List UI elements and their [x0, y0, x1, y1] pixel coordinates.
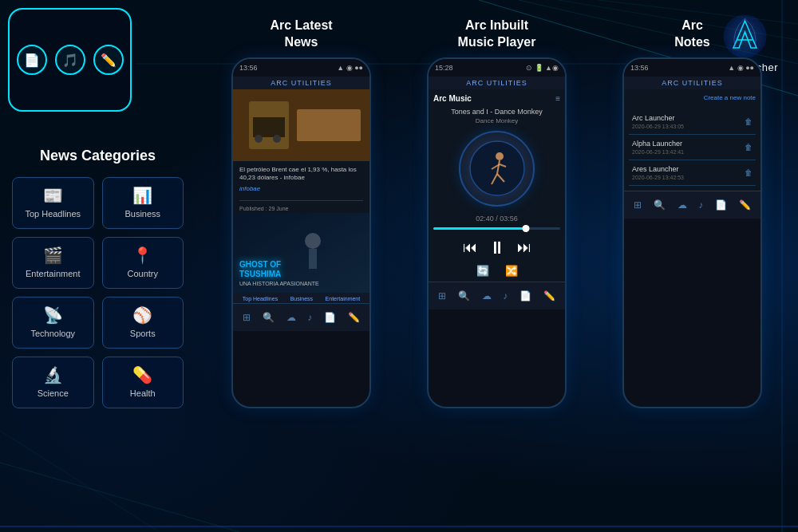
music-progress-bar[interactable]	[433, 227, 560, 230]
note-date-3: 2020-06-29 13:42:53	[632, 175, 740, 180]
category-science[interactable]: 🔬 Science	[12, 357, 94, 408]
ghost-overlay: GHOST OF TSUSHIMA UNA HISTORIA APASIONAN…	[233, 213, 369, 293]
notes-nav-cloud-icon[interactable]: ☁	[678, 199, 687, 211]
note-item-2: Alpha Launcher 2020-06-29 13:42:41 🗑	[629, 135, 756, 160]
music-play-button[interactable]: ⏸	[488, 238, 506, 258]
category-health[interactable]: 💊 Health	[102, 357, 184, 408]
music-phone-section: Arc InbuiltMusic Player 15:28 ⊙ 🔋 ▲◉ ARC…	[411, 8, 583, 408]
notes-status-bar: 13:56 ▲ ◉ ●●	[624, 59, 760, 77]
news-nav-doc-icon[interactable]: 📄	[324, 312, 336, 323]
music-content-area: Arc Music ≡ Tones and I - Dance Monkey D…	[429, 89, 565, 282]
news-source-1: infobae	[239, 185, 363, 192]
news-image-1	[233, 89, 369, 161]
technology-label: Technology	[30, 329, 75, 339]
album-art	[459, 131, 535, 207]
news-status-time: 13:56	[239, 64, 258, 72]
note-delete-icon-1[interactable]: 🗑	[745, 117, 753, 126]
music-time-display: 02:40 / 03:56	[476, 215, 518, 223]
device-music-icon[interactable]: 🎵	[55, 45, 85, 75]
music-nav-search-icon[interactable]: 🔍	[458, 290, 470, 301]
music-title-bar: ARC UTILITIES	[429, 77, 565, 89]
notes-nav-music-icon[interactable]: ♪	[698, 199, 703, 211]
notes-status-icons: ▲ ◉ ●●	[728, 64, 754, 72]
music-phone-bottom-nav[interactable]: ⊞ 🔍 ☁ ♪ 📄 ✏️	[429, 282, 565, 309]
news-nav-edit-icon[interactable]: ✏️	[348, 312, 360, 323]
ghost-title: GHOST OF TSUSHIMA	[239, 260, 319, 279]
category-top-headlines[interactable]: 📰 Top Headlines	[12, 177, 94, 229]
music-shuffle-button[interactable]: 🔀	[505, 265, 518, 277]
music-header: Arc Music ≡	[433, 94, 560, 103]
technology-icon: 📡	[43, 305, 63, 325]
news-status-icons: ▲ ◉ ●●	[337, 64, 363, 72]
note-item-3: Ares Launcher 2020-06-29 13:42:53 🗑	[629, 160, 756, 186]
news-nav-music-icon[interactable]: ♪	[307, 312, 312, 323]
music-repeat-button[interactable]: 🔄	[476, 265, 489, 277]
news-nav-search-icon[interactable]: 🔍	[263, 312, 275, 323]
notes-nav-edit-icon[interactable]: ✏️	[739, 199, 751, 211]
news-nav-label-3: Entertainment	[326, 296, 361, 301]
notes-phone-mockup: 13:56 ▲ ◉ ●● ARC UTILITIES Create a new …	[622, 57, 762, 408]
music-prev-button[interactable]: ⏮	[463, 239, 477, 256]
notes-content-area: Create a new note Arc Launcher 2020-06-2…	[624, 89, 760, 191]
device-notes-icon[interactable]: 📄	[17, 45, 47, 75]
music-secondary-controls: 🔄 🔀	[476, 265, 518, 277]
category-sports[interactable]: ⚾ Sports	[102, 297, 184, 349]
notes-phone-bottom-nav[interactable]: ⊞ 🔍 ☁ ♪ 📄 ✏️	[624, 191, 760, 219]
notes-section-title: ArcNotes	[674, 18, 709, 51]
news-categories-panel: News Categories 📰 Top Headlines 📊 Busine…	[12, 148, 184, 408]
news-nav-cloud-icon[interactable]: ☁	[286, 312, 296, 323]
music-phone-mockup: 15:28 ⊙ 🔋 ▲◉ ARC UTILITIES Arc Music ≡ T…	[427, 57, 567, 408]
business-icon: 📊	[132, 186, 152, 205]
note-title-3: Ares Launcher	[632, 165, 740, 173]
top-headlines-label: Top Headlines	[25, 209, 81, 219]
phones-container: Arc LatestNews 13:56 ▲ ◉ ●● ARC UTILITIE…	[196, 0, 798, 532]
news-text-block-1: El petróleo Brent cae el 1,93 %, hasta l…	[233, 161, 369, 198]
notes-nav-doc-icon[interactable]: 📄	[715, 199, 727, 211]
music-nav-doc-icon[interactable]: 📄	[519, 290, 531, 301]
note-info-3: Ares Launcher 2020-06-29 13:42:53	[632, 165, 740, 180]
note-info-1: Arc Launcher 2020-06-29 13:43:05	[632, 114, 740, 129]
news-nav-grid-icon[interactable]: ⊞	[243, 312, 251, 323]
category-entertainment[interactable]: 🎬 Entertainment	[12, 237, 94, 289]
category-country[interactable]: 📍 Country	[102, 237, 184, 289]
music-nav-cloud-icon[interactable]: ☁	[482, 290, 492, 301]
music-section-header-title: Arc Music	[433, 94, 472, 103]
health-icon: 💊	[132, 365, 152, 384]
news-nav-label-1: Top Headlines	[243, 296, 278, 301]
music-nav-grid-icon[interactable]: ⊞	[438, 290, 446, 301]
music-nav-edit-icon[interactable]: ✏️	[543, 290, 555, 301]
news-section-title: Arc LatestNews	[270, 18, 332, 51]
music-next-button[interactable]: ⏭	[517, 239, 531, 256]
device-edit-icon[interactable]: ✏️	[93, 45, 124, 75]
music-progress-dot	[523, 225, 530, 232]
notes-create-button[interactable]: Create a new note	[629, 94, 756, 101]
ghost-subtitle: UNA HISTORIA APASIONANTE	[239, 281, 319, 286]
news-published: Published : 29 June	[233, 204, 369, 213]
svg-rect-13	[253, 117, 285, 137]
category-technology[interactable]: 📡 Technology	[12, 297, 94, 349]
entertainment-label: Entertainment	[26, 269, 80, 279]
note-info-2: Alpha Launcher 2020-06-29 13:42:41	[632, 140, 740, 155]
news-divider	[239, 200, 363, 201]
note-delete-icon-2[interactable]: 🗑	[745, 143, 753, 152]
health-label: Health	[130, 388, 156, 399]
category-business[interactable]: 📊 Business	[102, 177, 184, 229]
news-content-area: El petróleo Brent cae el 1,93 %, hasta l…	[233, 89, 369, 294]
music-filter-icon[interactable]: ≡	[555, 94, 560, 103]
news-title-bar: ARC UTILITIES	[233, 77, 369, 89]
notes-nav-search-icon[interactable]: 🔍	[654, 199, 666, 211]
music-artist: Dance Monkey	[476, 117, 518, 124]
entertainment-icon: 🎬	[43, 246, 63, 265]
note-date-1: 2020-06-29 13:43:05	[632, 124, 740, 129]
music-nav-music-icon[interactable]: ♪	[503, 290, 508, 301]
svg-point-14	[255, 135, 263, 143]
news-nav-label-2: Business	[290, 296, 313, 301]
business-label: Business	[124, 209, 160, 219]
note-delete-icon-3[interactable]: 🗑	[745, 168, 753, 177]
news-status-bar: 13:56 ▲ ◉ ●●	[233, 59, 369, 77]
news-phone-bottom-nav[interactable]: ⊞ 🔍 ☁ ♪ 📄 ✏️	[233, 303, 369, 331]
notes-nav-grid-icon[interactable]: ⊞	[634, 199, 642, 211]
svg-point-15	[273, 135, 281, 143]
music-status-icons: ⊙ 🔋 ▲◉	[526, 64, 559, 72]
music-total-time: 03:56	[500, 215, 518, 223]
